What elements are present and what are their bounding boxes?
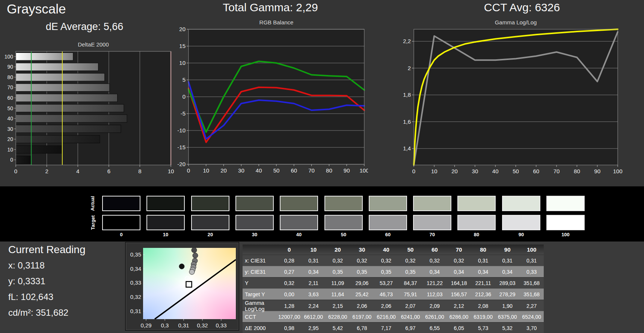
- target-row-label: Target: [89, 215, 96, 230]
- target-white-point-marker: [186, 282, 192, 287]
- table-value-cell: 1,28: [277, 300, 302, 312]
- svg-text:0,31: 0,31: [130, 308, 141, 314]
- svg-text:1,6: 1,6: [403, 118, 411, 125]
- deltae-bar-50: [16, 104, 124, 112]
- actual-swatch-50: [324, 196, 363, 211]
- table-header-cell: 10: [302, 244, 326, 255]
- deltae-bar-40: [16, 115, 127, 123]
- table-row: Target Y0,003,6311,6425,4246,7375,91112,…: [243, 288, 544, 300]
- svg-text:-5: -5: [181, 110, 186, 117]
- svg-text:100: 100: [613, 168, 622, 174]
- table-value-cell: 112,03: [422, 289, 447, 300]
- table-value-cell: 0,35: [350, 266, 374, 277]
- measurement-table: 0102030405060708090100x: CIE310,280,310,…: [243, 244, 544, 333]
- table-row-label: Y: [243, 278, 277, 288]
- table-value-cell: 0,31: [471, 255, 495, 266]
- table-value-cell: 212,36: [471, 289, 495, 300]
- table-value-cell: 0,27: [277, 266, 302, 277]
- table-value-cell: 351,68: [519, 278, 544, 288]
- swatch-level-label: 20: [191, 232, 229, 237]
- table-value-cell: 156,57: [447, 289, 471, 300]
- table-header-cell: 100: [519, 244, 544, 255]
- actual-swatch-100: [546, 196, 585, 211]
- table-value-cell: 278,29: [495, 289, 520, 300]
- swatch-level-label: 60: [369, 232, 407, 237]
- svg-text:10: 10: [179, 60, 186, 66]
- table-value-cell: 6,05: [447, 322, 471, 333]
- svg-text:20: 20: [7, 136, 13, 142]
- deltae-bar-20: [16, 135, 100, 143]
- table-header-cell: 90: [495, 244, 520, 255]
- gamma-loglog-svg: Gamma Log/Log1,41,61,822,201020304050607…: [398, 17, 644, 178]
- svg-text:30: 30: [472, 168, 478, 174]
- swatch-level-label: 30: [235, 232, 274, 237]
- current-reading-fl: fL: 102,643: [8, 292, 53, 302]
- table-value-cell: 0,31: [302, 255, 326, 266]
- svg-text:Gamma Log/Log: Gamma Log/Log: [495, 19, 537, 26]
- svg-text:40: 40: [7, 116, 13, 122]
- table-value-cell: 0,34: [447, 266, 471, 277]
- actual-row-label: Actual: [89, 196, 96, 211]
- readout-section: Current Reading x: 0,3118 y: 0,3331 fL: …: [0, 242, 644, 333]
- svg-text:30: 30: [7, 126, 13, 132]
- svg-text:30: 30: [238, 167, 244, 174]
- table-value-cell: 2,15: [326, 300, 350, 312]
- table-value-cell: 2,27: [519, 300, 544, 312]
- svg-text:10: 10: [431, 168, 437, 174]
- table-value-cell: 11,64: [326, 289, 350, 300]
- table-row-label: Target Y: [243, 289, 277, 300]
- cie-svg: 0,310,320,330,340,350,290,30,310,320,33: [126, 243, 238, 330]
- svg-text:1,8: 1,8: [403, 92, 411, 98]
- table-value-cell: 0,32: [398, 255, 423, 266]
- table-header-cell: 20: [326, 244, 350, 255]
- table-value-cell: 11,09: [326, 278, 350, 288]
- table-header-cell: 80: [471, 244, 495, 255]
- table-row: Y0,322,1111,0929,0653,2784,37121,22164,1…: [243, 277, 544, 288]
- table-value-cell: 75,91: [398, 289, 423, 300]
- table-value-cell: 0,35: [326, 266, 350, 277]
- table-value-cell: 6375,00: [495, 311, 520, 322]
- svg-text:100: 100: [359, 167, 368, 174]
- deltae-bar-100: [16, 53, 73, 61]
- table-value-cell: 84,37: [398, 278, 423, 288]
- target-swatch-50: [324, 215, 363, 230]
- table-value-cell: 2,95: [302, 322, 326, 333]
- svg-text:90: 90: [344, 167, 350, 174]
- table-value-cell: 0,32: [350, 255, 374, 266]
- table-value-cell: 6,97: [398, 322, 423, 333]
- svg-text:15: 15: [179, 43, 186, 49]
- table-value-cell: 6319,00: [471, 311, 495, 322]
- svg-text:0,29: 0,29: [140, 322, 151, 328]
- table-value-cell: 0,35: [374, 266, 398, 277]
- measurement-point-7: [179, 264, 184, 269]
- table-value-cell: 1,90: [495, 300, 520, 312]
- table-value-cell: 6216,00: [374, 311, 398, 322]
- deltae-bar-70: [16, 84, 110, 92]
- table-value-cell: 46,73: [374, 289, 398, 300]
- actual-swatch-0: [102, 196, 140, 211]
- svg-text:1,4: 1,4: [403, 145, 411, 152]
- table-row-label: y: CIE31: [243, 266, 277, 277]
- table-header-cell: 40: [374, 244, 398, 255]
- svg-text:0,32: 0,32: [197, 322, 208, 328]
- table-value-cell: 25,42: [350, 289, 374, 300]
- table-value-cell: 0,00: [277, 289, 302, 300]
- svg-text:0: 0: [10, 157, 13, 163]
- svg-text:50: 50: [273, 167, 280, 174]
- actual-swatch-80: [457, 196, 496, 211]
- table-value-cell: 29,06: [350, 278, 374, 288]
- table-row: ΔE 20000,982,955,426,787,176,976,556,055…: [243, 322, 544, 333]
- table-value-cell: 2,24: [302, 300, 326, 312]
- svg-text:0: 0: [182, 93, 186, 100]
- deltae-bar-0: [16, 156, 31, 164]
- table-value-cell: 6261,00: [422, 311, 447, 322]
- svg-text:60: 60: [533, 168, 539, 174]
- svg-text:20: 20: [220, 167, 227, 174]
- measurement-point-6: [189, 269, 195, 274]
- swatch-level-label: 40: [280, 232, 318, 237]
- actual-swatch-10: [146, 196, 185, 211]
- target-swatch-90: [502, 215, 540, 230]
- table-value-cell: 5,32: [495, 322, 520, 333]
- svg-text:60: 60: [291, 167, 297, 174]
- svg-text:0,33: 0,33: [216, 322, 226, 328]
